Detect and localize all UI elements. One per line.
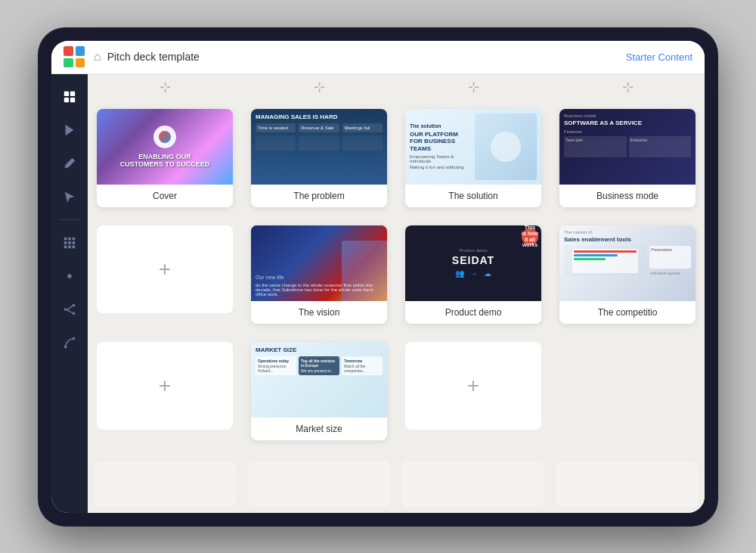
sidebar-path-icon[interactable]	[56, 329, 83, 356]
content-area[interactable]: ⊹ ⊹ ⊹ ⊹	[88, 74, 705, 513]
svg-rect-2	[64, 97, 69, 101]
svg-rect-3	[70, 97, 75, 101]
slide-label-product: Product demo	[405, 301, 541, 324]
move-cell-2: ⊹	[242, 74, 396, 100]
sidebar-pen-icon[interactable]	[56, 150, 83, 177]
slides-row-4	[88, 455, 705, 513]
svg-rect-7	[73, 237, 76, 240]
slide-label-vision: The vision	[251, 301, 387, 324]
slide-label-business: Business mode	[559, 185, 696, 207]
tablet-frame: ⌂ Pitch deck template Starter Content	[38, 27, 718, 527]
slide-thumb-competition: The market of Sales enablement tools	[559, 225, 696, 301]
slide-market[interactable]: MARKET SIZE Operations today Strong pres…	[251, 342, 387, 440]
svg-rect-13	[73, 245, 76, 248]
slide-label-solution: The solution	[405, 185, 541, 207]
add-slide-cell-3: +	[396, 333, 550, 449]
slide-product[interactable]: This is how it all works Product demo SE…	[405, 225, 541, 324]
slide-thumb-vision: Our new life do the same change to the w…	[251, 225, 387, 301]
slide-thumb-solution: The solution OUR PLATFORMFOR BUSINESSTEA…	[405, 109, 541, 185]
logo-sq-1	[64, 46, 73, 56]
svg-rect-9	[68, 241, 71, 244]
svg-point-21	[73, 337, 76, 340]
sidebar-grid-icon[interactable]	[56, 83, 83, 110]
move-cell-1: ⊹	[88, 74, 242, 100]
add-slide-button-2[interactable]: +	[97, 342, 233, 430]
slide-cell-product: This is how it all works Product demo SE…	[396, 216, 550, 333]
svg-point-16	[64, 308, 67, 311]
svg-rect-11	[64, 245, 67, 248]
add-icon-3: +	[467, 374, 479, 398]
slide-cell-empty	[550, 333, 705, 449]
app-logo	[64, 46, 85, 67]
sidebar-apps-icon[interactable]	[56, 229, 83, 256]
svg-line-19	[67, 309, 72, 312]
slide-cell-business: Business model SOFTWARE AS A SERVICE Fea…	[550, 100, 705, 216]
svg-rect-1	[70, 91, 75, 95]
logo-sq-3	[64, 58, 73, 68]
logo-sq-4	[76, 58, 85, 68]
add-slide-cell-1: +	[88, 216, 242, 333]
logo-sq-2	[76, 46, 85, 56]
slide-label-cover: Cover	[97, 185, 233, 207]
move-row: ⊹ ⊹ ⊹ ⊹	[88, 74, 705, 100]
add-slide-button-3[interactable]: +	[405, 342, 541, 430]
slides-row-2: + Our new life do the same change to the…	[88, 216, 705, 333]
add-icon-2: +	[159, 374, 171, 398]
svg-line-18	[67, 306, 72, 309]
main-layout: ⊹ ⊹ ⊹ ⊹	[51, 74, 705, 513]
slide-thumb-product: This is how it all works Product demo SE…	[405, 225, 541, 301]
sidebar-cursor-icon[interactable]	[56, 183, 83, 210]
svg-rect-8	[64, 241, 67, 244]
empty-row-3	[402, 461, 544, 507]
svg-point-20	[64, 345, 67, 348]
empty-row-4	[556, 461, 699, 507]
home-icon[interactable]: ⌂	[94, 50, 101, 64]
slide-vision[interactable]: Our new life do the same change to the w…	[251, 225, 387, 324]
svg-rect-6	[68, 237, 71, 240]
slide-cover[interactable]: ENABLING OURCUSTOMERS TO SUCCEED Cover	[97, 109, 233, 207]
slide-cell-vision: Our new life do the same change to the w…	[242, 216, 396, 333]
empty-row-1	[94, 461, 236, 507]
tablet-screen: ⌂ Pitch deck template Starter Content	[51, 41, 705, 513]
slide-cell-problem: MANAGING SALES IS HARD Time is wasted Re…	[242, 100, 396, 216]
add-slide-cell-2: +	[88, 333, 242, 449]
sidebar	[51, 74, 88, 513]
slide-thumb-business: Business model SOFTWARE AS A SERVICE Fea…	[559, 109, 696, 185]
empty-row-2	[248, 461, 390, 507]
slide-thumb-cover: ENABLING OURCUSTOMERS TO SUCCEED	[97, 109, 233, 185]
slide-problem[interactable]: MANAGING SALES IS HARD Time is wasted Re…	[251, 109, 387, 207]
slide-label-competition: The competitio	[559, 301, 696, 324]
slide-label-market: Market size	[251, 418, 387, 440]
header: ⌂ Pitch deck template Starter Content	[51, 41, 705, 74]
slide-label-problem: The problem	[251, 185, 387, 207]
svg-rect-5	[64, 237, 67, 240]
svg-marker-4	[66, 124, 74, 135]
move-cell-4: ⊹	[550, 74, 705, 100]
slide-thumb-problem: MANAGING SALES IS HARD Time is wasted Re…	[251, 109, 387, 185]
starter-content-button[interactable]: Starter Content	[626, 51, 692, 63]
slide-cell-cover: ENABLING OURCUSTOMERS TO SUCCEED Cover	[88, 100, 242, 216]
sidebar-settings-icon[interactable]	[56, 263, 83, 290]
slides-row-1: ENABLING OURCUSTOMERS TO SUCCEED Cover M…	[88, 100, 705, 216]
svg-rect-12	[68, 245, 71, 248]
svg-point-14	[67, 274, 71, 278]
slides-row-3: + MARKET SIZE Operations today St	[88, 333, 705, 449]
add-icon-1: +	[159, 257, 171, 281]
sidebar-share-icon[interactable]	[56, 296, 83, 323]
slide-cell-solution: The solution OUR PLATFORMFOR BUSINESSTEA…	[396, 100, 550, 216]
svg-rect-0	[64, 91, 69, 95]
slide-cell-competition: The market of Sales enablement tools	[550, 216, 705, 333]
slide-business[interactable]: Business model SOFTWARE AS A SERVICE Fea…	[559, 109, 696, 207]
svg-point-17	[73, 312, 76, 315]
header-title: Pitch deck template	[107, 51, 626, 63]
slide-cell-market: MARKET SIZE Operations today Strong pres…	[242, 333, 396, 449]
svg-point-15	[73, 303, 76, 306]
slide-solution[interactable]: The solution OUR PLATFORMFOR BUSINESSTEA…	[405, 109, 541, 207]
svg-rect-10	[73, 241, 76, 244]
sidebar-play-icon[interactable]	[56, 117, 83, 144]
slide-competition[interactable]: The market of Sales enablement tools	[559, 225, 696, 324]
move-cell-3: ⊹	[396, 74, 550, 100]
sidebar-divider	[59, 219, 80, 220]
add-slide-button-1[interactable]: +	[97, 225, 233, 313]
slide-thumb-market: MARKET SIZE Operations today Strong pres…	[251, 342, 387, 418]
